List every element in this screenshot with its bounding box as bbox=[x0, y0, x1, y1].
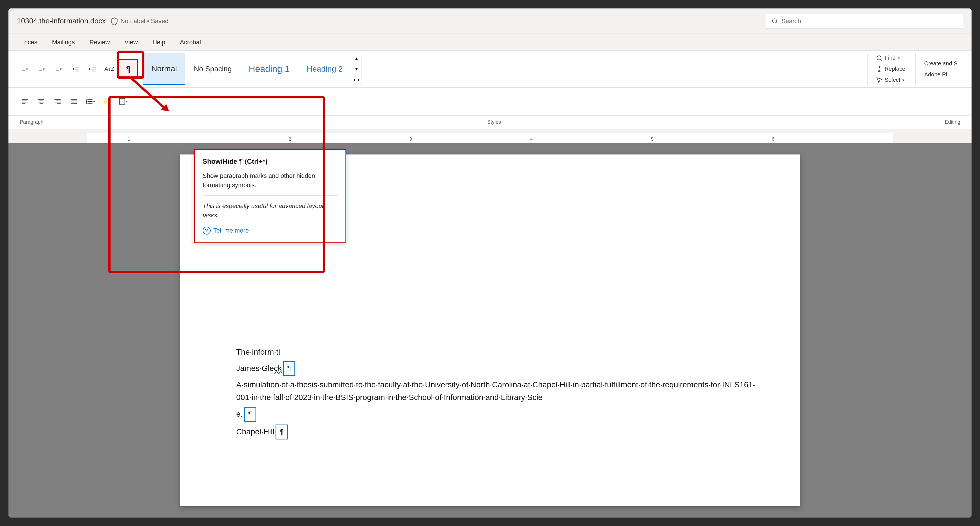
svg-rect-30 bbox=[88, 103, 92, 103]
style-heading1-button[interactable]: Heading 1 bbox=[240, 53, 298, 85]
highlight-color-button[interactable]: A ▾ bbox=[99, 94, 115, 110]
replace-button[interactable]: Replace bbox=[873, 64, 908, 74]
highlight-icon: A bbox=[103, 98, 108, 105]
align-center-button[interactable] bbox=[33, 94, 49, 110]
tooltip-extra: This is especially useful for advanced l… bbox=[203, 195, 337, 220]
svg-point-0 bbox=[772, 19, 777, 23]
svg-rect-20 bbox=[54, 99, 60, 100]
paragraph-mark-4: ¶ bbox=[275, 424, 288, 439]
title-bar: 10304.the-information.docx No Label • Sa… bbox=[8, 8, 972, 34]
section-labels: Paragraph Styles Editing bbox=[8, 116, 972, 129]
doc-line-4: Chapel·Hill ¶ bbox=[236, 424, 744, 439]
adobe-group: Create and S Adobe Pi bbox=[915, 53, 966, 85]
create-adobe-button[interactable]: Create and S bbox=[921, 59, 960, 68]
bullets-icon: ≡ bbox=[22, 65, 25, 73]
bullets-button[interactable]: ≡ ▾ bbox=[17, 61, 33, 77]
tooltip-description: Show paragraph marks and other hidden fo… bbox=[203, 171, 337, 190]
document-area: Show/Hide ¶ (Ctrl+*) Show paragraph mark… bbox=[8, 143, 972, 518]
find-button[interactable]: Find ▾ bbox=[873, 53, 908, 63]
styles-section: Normal No Spacing Heading 1 Heading 2 ▲ … bbox=[143, 53, 866, 85]
tab-help[interactable]: Help bbox=[145, 37, 173, 48]
adobe-pi-button[interactable]: Adobe Pi bbox=[921, 70, 960, 79]
svg-rect-12 bbox=[22, 99, 28, 100]
select-button[interactable]: Select ▾ bbox=[873, 75, 908, 85]
editing-group: Find ▾ Replace Select ▾ bbox=[867, 53, 914, 85]
tab-review[interactable]: Review bbox=[82, 37, 117, 48]
decrease-indent-button[interactable] bbox=[68, 61, 83, 77]
line-spacing-icon bbox=[86, 98, 93, 105]
styles-list: Normal No Spacing Heading 1 Heading 2 bbox=[143, 53, 351, 85]
tab-nces[interactable]: nces bbox=[17, 37, 45, 48]
increase-indent-button[interactable] bbox=[84, 61, 100, 77]
line1-text: The·inform·ti bbox=[236, 346, 280, 358]
align-justify-button[interactable] bbox=[66, 94, 82, 110]
search-input[interactable] bbox=[781, 17, 957, 25]
replace-icon bbox=[876, 66, 883, 72]
svg-rect-8 bbox=[92, 70, 96, 71]
ruler-marker-1: 1 bbox=[128, 137, 130, 142]
doc-line-3: A·simulation·of·a·thesis·submitted·to·th… bbox=[236, 378, 744, 404]
tell-me-more-link[interactable]: ? Tell me more bbox=[203, 227, 337, 235]
border-icon bbox=[118, 98, 126, 105]
sort-button[interactable]: A↕Z bbox=[102, 61, 117, 77]
ruler-marker-2: 2 bbox=[289, 137, 291, 142]
numbered-list-icon: ≡ bbox=[39, 65, 43, 73]
svg-rect-27 bbox=[71, 103, 77, 103]
alignment-group: ▾ A ▾ ▾ bbox=[14, 89, 134, 114]
styles-scroll-down[interactable]: ▼ bbox=[352, 64, 361, 74]
paragraph-mark-2: ¶ bbox=[283, 361, 295, 376]
align-center-icon bbox=[38, 98, 45, 105]
multilevel-list-button[interactable]: ≡ ▾ bbox=[51, 61, 67, 77]
svg-rect-17 bbox=[39, 101, 43, 101]
align-right-icon bbox=[54, 98, 61, 105]
ribbon-toolbar-row1: ≡ ▾ ≡ ▾ ≡ ▾ bbox=[8, 51, 972, 87]
styles-scroll-up[interactable]: ▲ bbox=[352, 53, 361, 64]
svg-rect-26 bbox=[71, 102, 77, 102]
svg-line-1 bbox=[776, 22, 777, 24]
shield-icon bbox=[110, 17, 118, 25]
paragraph-mark-3: ¶ bbox=[244, 407, 256, 422]
svg-rect-24 bbox=[71, 99, 77, 100]
styles-scroll-buttons: ▲ ▼ ▼▼ bbox=[351, 53, 362, 85]
svg-line-11 bbox=[880, 59, 881, 60]
ribbon-toolbar-row2: ▾ A ▾ ▾ bbox=[8, 87, 972, 116]
numbered-list-button[interactable]: ≡ ▾ bbox=[34, 61, 49, 77]
ruler-marker-4: 4 bbox=[530, 137, 533, 142]
align-left-button[interactable] bbox=[17, 94, 33, 110]
svg-rect-14 bbox=[22, 102, 28, 102]
align-right-button[interactable] bbox=[49, 94, 65, 110]
svg-rect-21 bbox=[56, 101, 60, 101]
tab-acrobat[interactable]: Acrobat bbox=[173, 37, 209, 48]
line3-text: A·simulation·of·a·thesis·submitted·to·th… bbox=[236, 378, 756, 404]
svg-rect-6 bbox=[92, 67, 96, 67]
decrease-indent-icon bbox=[72, 65, 80, 73]
tab-view[interactable]: View bbox=[117, 37, 145, 48]
line3b-text: e. bbox=[236, 408, 243, 420]
svg-rect-25 bbox=[71, 101, 77, 101]
style-no-spacing-label: No Spacing bbox=[194, 65, 232, 73]
styles-expand[interactable]: ▼▼ bbox=[352, 74, 361, 84]
ruler-marker-6: 6 bbox=[772, 137, 775, 142]
show-hide-button[interactable]: ¶ bbox=[118, 59, 138, 79]
svg-rect-7 bbox=[92, 68, 96, 69]
style-normal-button[interactable]: Normal bbox=[143, 53, 185, 85]
ruler: 1 2 3 4 5 6 bbox=[8, 129, 972, 143]
search-bar[interactable] bbox=[766, 14, 963, 29]
tooltip-title: Show/Hide ¶ (Ctrl+*) bbox=[203, 157, 337, 165]
svg-rect-13 bbox=[22, 101, 27, 101]
paragraph-group: ≡ ▾ ≡ ▾ ≡ ▾ bbox=[14, 56, 141, 82]
section-label-editing: Editing bbox=[939, 119, 966, 125]
tab-mailings[interactable]: Mailings bbox=[45, 37, 82, 48]
style-no-spacing-button[interactable]: No Spacing bbox=[185, 53, 240, 85]
document-page: Show/Hide ¶ (Ctrl+*) Show paragraph mark… bbox=[180, 154, 800, 506]
svg-rect-19 bbox=[40, 103, 43, 103]
ruler-marker-5: 5 bbox=[651, 137, 654, 142]
tooltip-popup: Show/Hide ¶ (Ctrl+*) Show paragraph mark… bbox=[194, 149, 346, 243]
svg-marker-32 bbox=[86, 99, 88, 100]
document-title: 10304.the-information.docx bbox=[17, 17, 106, 25]
doc-line-1: The·inform·ti bbox=[236, 346, 744, 358]
style-heading2-button[interactable]: Heading 2 bbox=[298, 53, 352, 85]
sort-icon: A↕Z bbox=[104, 66, 115, 72]
line-spacing-button[interactable]: ▾ bbox=[82, 94, 98, 110]
border-button[interactable]: ▾ bbox=[115, 94, 131, 110]
